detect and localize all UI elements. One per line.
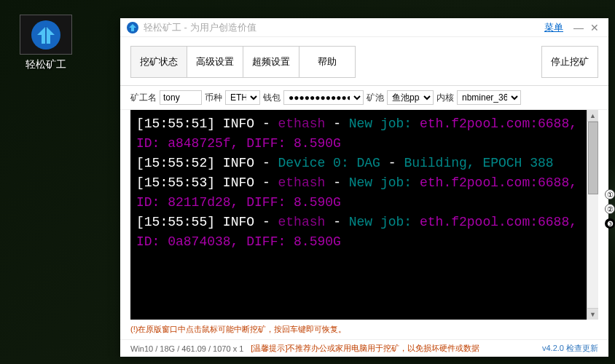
close-button[interactable]: ✕ (587, 21, 603, 34)
core-select[interactable]: nbminer_36.0 (457, 90, 521, 105)
console-line: [15:55:55] INFO - ethash - New job: eth.… (136, 213, 592, 252)
pool-select[interactable]: 鱼池pps+ (387, 90, 434, 105)
pool-label: 矿池 (367, 92, 384, 104)
indicator-3[interactable]: ❸ (605, 218, 615, 229)
tab-advanced-settings[interactable]: 高级设置 (187, 46, 243, 78)
hint-row: (!)在原版窗口中点击鼠标可能中断挖矿，按回车键即可恢复。 (120, 320, 608, 339)
console-hint: (!)在原版窗口中点击鼠标可能中断挖矿，按回车键即可恢复。 (130, 325, 346, 333)
version-check-update[interactable]: v4.2.0 检查更新 (542, 343, 598, 354)
console-line: [15:55:53] INFO - ethash - New job: eth.… (136, 173, 592, 213)
app-window: 轻松矿工 - 为用户创造价值 菜单 — ✕ 挖矿状态 高级设置 超频设置 帮助 … (120, 18, 608, 357)
desktop-shortcut-label: 轻松矿工 (6, 58, 86, 71)
wallet-label: 钱包 (263, 92, 281, 104)
miner-name-label: 矿工名 (130, 92, 157, 104)
status-warning: [温馨提示]不推荐办公或家用电脑用于挖矿，以免损坏硬件或数据 (251, 343, 542, 354)
system-info: Win10 / 18G / 461.09 / 1070 x 1 (130, 344, 243, 353)
side-indicators: ① ② ❸ (605, 189, 615, 229)
toolbar: 挖矿状态 高级设置 超频设置 帮助 停止挖矿 (120, 37, 608, 86)
console-line: [15:55:51] INFO - ethash - New job: eth.… (136, 114, 592, 154)
console[interactable]: [15:55:51] INFO - ethash - New job: eth.… (130, 110, 598, 320)
scrollbar: ▲ ▼ (587, 110, 598, 320)
wallet-select[interactable]: ●●●●●●●●●●●●● (283, 90, 364, 105)
scroll-up-button[interactable]: ▲ (587, 110, 598, 122)
tab-overclock-settings[interactable]: 超频设置 (243, 46, 299, 78)
tab-help[interactable]: 帮助 (299, 46, 356, 78)
indicator-2[interactable]: ② (605, 204, 615, 214)
app-icon (20, 15, 72, 55)
coin-select[interactable]: ETH (225, 90, 260, 105)
core-label: 内核 (436, 92, 454, 104)
scroll-down-button[interactable]: ▼ (587, 308, 598, 320)
coin-label: 币种 (205, 92, 222, 104)
menu-link[interactable]: 菜单 (544, 21, 563, 34)
config-row: 矿工名 币种 ETH 钱包 ●●●●●●●●●●●●● 矿池 鱼池pps+ 内核… (120, 86, 608, 110)
titlebar-app-icon (126, 21, 139, 34)
desktop-shortcut[interactable]: 轻松矿工 (6, 15, 86, 71)
console-wrap: [15:55:51] INFO - ethash - New job: eth.… (130, 110, 598, 320)
tab-mining-status[interactable]: 挖矿状态 (130, 46, 187, 78)
window-title: 轻松矿工 - 为用户创造价值 (144, 21, 544, 34)
console-line: [15:55:52] INFO - Device 0: DAG - Buildi… (136, 154, 592, 173)
stop-mining-button[interactable]: 停止挖矿 (541, 46, 598, 78)
minimize-button[interactable]: — (571, 21, 587, 34)
indicator-1[interactable]: ① (605, 189, 615, 199)
miner-name-input[interactable] (160, 90, 202, 105)
titlebar[interactable]: 轻松矿工 - 为用户创造价值 菜单 — ✕ (120, 18, 608, 37)
statusbar: Win10 / 18G / 461.09 / 1070 x 1 [温馨提示]不推… (120, 339, 608, 357)
scrollbar-thumb[interactable] (588, 122, 598, 194)
